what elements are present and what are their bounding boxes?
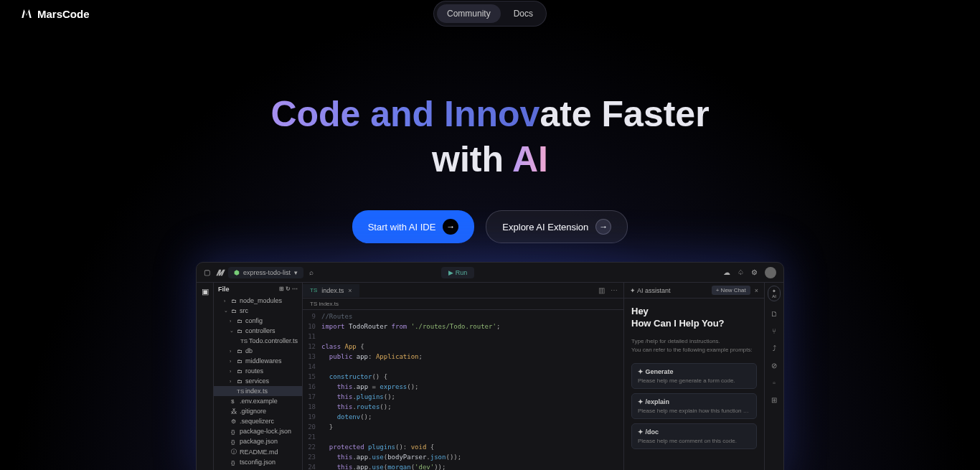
project-selector[interactable]: ⬢ express-todo-list ▾	[228, 267, 303, 278]
prompt-card[interactable]: ✦ /docPlease help me comment on this cod…	[631, 423, 757, 449]
tree-item[interactable]: ⌄🗀controllers	[214, 326, 302, 336]
nav-docs[interactable]: Docs	[504, 4, 543, 23]
prompt-card[interactable]: ✦ /explainPlease help me explain how thi…	[631, 393, 757, 419]
file-icon[interactable]: 🗋	[769, 309, 779, 319]
search-icon[interactable]: ⌕	[309, 268, 314, 276]
tree-item[interactable]: $.env.example	[214, 396, 302, 406]
close-icon[interactable]: ×	[755, 287, 758, 294]
close-icon[interactable]: ×	[348, 287, 352, 294]
project-name: express-todo-list	[243, 269, 291, 276]
hero-title: Code and Innovate Faster with AI	[0, 92, 980, 182]
bell-icon[interactable]: ♤	[738, 268, 744, 276]
avatar[interactable]	[765, 267, 776, 278]
tree-item[interactable]: ⚙.sequelizerc	[214, 416, 302, 426]
ai-badge-icon[interactable]: ✦AI	[768, 286, 781, 301]
brand-name: MarsCode	[37, 8, 90, 20]
activity-bar: ▣	[197, 283, 214, 470]
top-nav: Community Docs	[433, 1, 547, 27]
editor-tab[interactable]: TS index.ts ×	[303, 284, 359, 297]
tree-item[interactable]: ›🗀services	[214, 376, 302, 386]
right-activity-bar: ✦AI 🗋 ⑂ ⤴ ⊘ ▫ ⊞	[765, 283, 783, 470]
tree-item[interactable]: ⓘREADME.md	[214, 446, 302, 457]
logo-icon	[20, 7, 33, 20]
link-icon[interactable]: ⊘	[769, 360, 779, 370]
explore-extension-label: Explore AI Extension	[502, 222, 588, 232]
typescript-icon: TS	[310, 287, 317, 293]
rocket-icon[interactable]: ⤴	[769, 343, 779, 353]
branch-icon[interactable]: ⑂	[769, 326, 779, 336]
assistant-greeting: Hey How Can I Help You?	[631, 306, 757, 330]
sidebar-toggle-icon[interactable]: ▢	[204, 268, 210, 276]
ide-preview: ▢ 𝙈 ⬢ express-todo-list ▾ ⌕ ▶ Run ☁ ♤ ⚙ …	[196, 262, 784, 470]
hero: Code and Innovate Faster with AI Start w…	[0, 92, 980, 243]
start-ide-button[interactable]: Start with AI IDE →	[352, 210, 475, 243]
tree-item[interactable]: ›🗀middlewares	[214, 356, 302, 366]
tree-item[interactable]: ⁂.gitignore	[214, 406, 302, 416]
tree-item[interactable]: TSTodo.controller.ts	[214, 336, 302, 346]
tree-item[interactable]: ›🗀node_modules	[214, 296, 302, 306]
ide-logo-icon: 𝙈	[216, 268, 222, 278]
explore-extension-button[interactable]: Explore AI Extension →	[486, 210, 628, 243]
cloud-icon[interactable]: ☁	[723, 268, 730, 276]
tab-label: index.ts	[321, 287, 344, 294]
ai-assistant-panel: ✦ AI assistant + New Chat × Hey How Can …	[624, 283, 765, 470]
box-icon[interactable]: ▫	[769, 377, 779, 387]
assistant-hint: Type /help for detailed instructions. Yo…	[631, 337, 757, 354]
split-icon[interactable]: ▥	[598, 286, 605, 294]
start-ide-label: Start with AI IDE	[368, 222, 436, 232]
ide-titlebar: ▢ 𝙈 ⬢ express-todo-list ▾ ⌕ ▶ Run ☁ ♤ ⚙	[197, 263, 783, 283]
more-icon[interactable]: ⋯	[611, 286, 618, 294]
tree-item[interactable]: {}package-lock.json	[214, 426, 302, 436]
assistant-title: ✦ AI assistant	[630, 287, 671, 294]
editor: TS index.ts × ▥ ⋯ TS index.ts 9//Routes1…	[303, 283, 624, 470]
breadcrumb[interactable]: TS index.ts	[303, 299, 623, 310]
explorer-title: File	[218, 286, 230, 293]
run-button[interactable]: ▶ Run	[441, 267, 474, 278]
arrow-right-icon: →	[443, 219, 458, 235]
tree-item[interactable]: ›🗀db	[214, 346, 302, 356]
file-explorer: File ⊞ ↻ ⋯ ›🗀node_modules⌄🗀src›🗀config⌄🗀…	[214, 283, 303, 470]
tree-item[interactable]: TSindex.ts	[214, 386, 302, 396]
tree-item[interactable]: ›🗀config	[214, 316, 302, 326]
code-area[interactable]: 9//Routes10import TodoRouter from './rou…	[303, 310, 623, 470]
arrow-right-icon: →	[595, 219, 611, 235]
tree-item[interactable]: {}tsconfig.json	[214, 457, 302, 467]
prompt-card[interactable]: ✦ GeneratePlease help me generate a form…	[631, 363, 757, 389]
tree-item[interactable]: ⌄🗀src	[214, 306, 302, 316]
chevron-down-icon: ▾	[294, 269, 298, 276]
new-chat-button[interactable]: + New Chat	[712, 286, 750, 295]
brand-logo[interactable]: MarsCode	[20, 7, 90, 20]
tree-item[interactable]: ›🗀routes	[214, 366, 302, 376]
tree-item[interactable]: {}package.json	[214, 436, 302, 446]
grid-icon[interactable]: ⊞	[769, 395, 779, 405]
nav-community[interactable]: Community	[437, 4, 501, 23]
nodejs-icon: ⬢	[234, 269, 240, 276]
explorer-icon[interactable]: ▣	[202, 287, 209, 296]
explorer-actions[interactable]: ⊞ ↻ ⋯	[279, 286, 298, 293]
settings-icon[interactable]: ⚙	[751, 268, 758, 276]
